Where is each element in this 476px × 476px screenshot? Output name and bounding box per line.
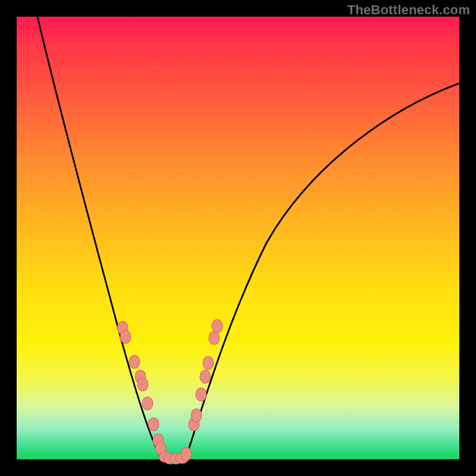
svg-point-20 xyxy=(212,320,223,333)
curve-right xyxy=(186,83,459,457)
svg-point-1 xyxy=(120,330,131,343)
watermark-text: TheBottleneck.com xyxy=(347,2,470,18)
svg-point-15 xyxy=(191,409,202,422)
svg-point-18 xyxy=(203,356,214,369)
svg-point-13 xyxy=(181,447,192,461)
svg-point-6 xyxy=(148,418,159,431)
svg-point-17 xyxy=(200,370,211,383)
markers-right xyxy=(181,320,223,461)
bottleneck-curve xyxy=(17,17,459,459)
svg-point-4 xyxy=(137,378,148,391)
markers-left xyxy=(117,321,166,455)
chart-frame: TheBottleneck.com xyxy=(0,0,476,476)
svg-point-16 xyxy=(196,388,206,401)
svg-point-5 xyxy=(142,397,153,410)
plot-area xyxy=(17,17,459,459)
svg-point-2 xyxy=(129,355,140,368)
svg-point-19 xyxy=(209,331,220,345)
